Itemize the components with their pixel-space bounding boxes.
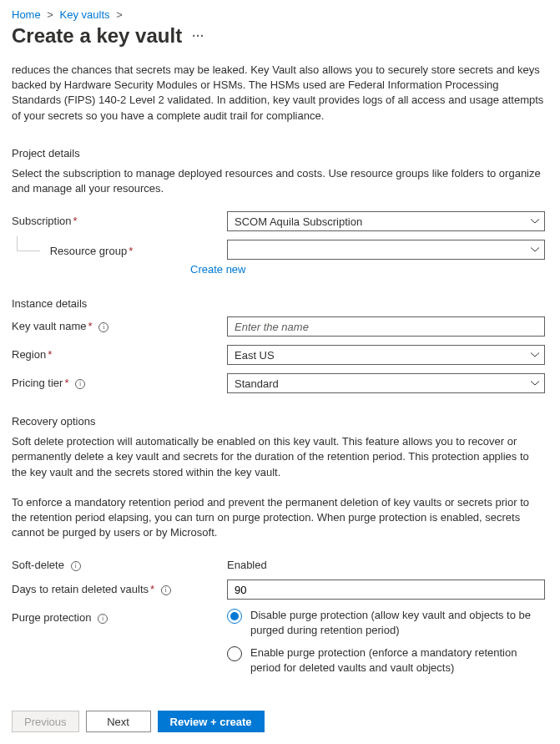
review-create-button[interactable]: Review + create	[158, 711, 265, 732]
create-new-link[interactable]: Create new	[190, 263, 245, 276]
recovery-desc-1: Soft delete protection will automaticall…	[12, 434, 545, 480]
breadcrumb-home[interactable]: Home	[12, 8, 41, 21]
more-icon[interactable]: ···	[192, 29, 204, 43]
purge-enable-label: Enable purge protection (enforce a manda…	[250, 645, 545, 675]
region-select[interactable]: East US	[227, 345, 545, 365]
recovery-options-heading: Recovery options	[12, 415, 545, 428]
instance-details-heading: Instance details	[12, 297, 545, 310]
wizard-footer: Previous Next Review + create	[12, 711, 545, 732]
breadcrumb-keyvaults[interactable]: Key vaults	[60, 8, 110, 21]
purge-disable-radio[interactable]	[227, 609, 242, 624]
info-icon[interactable]: i	[71, 561, 81, 571]
soft-delete-value: Enabled	[227, 555, 545, 571]
retention-days-label: Days to retain deleted vaults* i	[12, 580, 227, 595]
keyvault-name-label: Key vault name* i	[12, 316, 227, 332]
resource-group-select[interactable]	[227, 240, 545, 260]
chevron-right-icon: >	[47, 8, 53, 21]
pricing-tier-select[interactable]: Standard	[227, 373, 545, 393]
info-icon[interactable]: i	[75, 379, 85, 389]
purge-disable-label: Disable purge protection (allow key vaul…	[250, 608, 545, 637]
breadcrumb: Home > Key vaults >	[12, 8, 545, 21]
soft-delete-label: Soft-delete i	[12, 555, 227, 571]
chevron-right-icon: >	[116, 8, 123, 21]
project-details-heading: Project details	[12, 147, 545, 159]
region-label: Region*	[12, 345, 227, 361]
subscription-select[interactable]: SCOM Aquila Subscription	[227, 211, 545, 231]
info-icon[interactable]: i	[161, 585, 171, 595]
info-icon[interactable]: i	[98, 322, 108, 332]
resource-group-label: Resource group*	[50, 240, 134, 257]
intro-text: reduces the chances that secrets may be …	[12, 63, 545, 124]
next-button[interactable]: Next	[86, 711, 151, 732]
keyvault-name-input[interactable]	[235, 321, 537, 333]
page-title: Create a key vault ···	[12, 24, 545, 48]
purge-protection-label: Purge protection i	[12, 608, 227, 624]
info-icon[interactable]: i	[98, 614, 108, 624]
page-title-text: Create a key vault	[12, 24, 182, 48]
subscription-label: Subscription*	[12, 211, 227, 227]
project-details-desc: Select the subscription to manage deploy…	[12, 166, 545, 196]
recovery-desc-2: To enforce a mandatory retention period …	[12, 495, 545, 541]
previous-button: Previous	[12, 711, 79, 732]
purge-enable-radio[interactable]	[227, 646, 242, 661]
pricing-tier-label: Pricing tier* i	[12, 373, 227, 389]
retention-days-input[interactable]	[235, 584, 537, 596]
tree-connector-icon	[17, 236, 40, 251]
